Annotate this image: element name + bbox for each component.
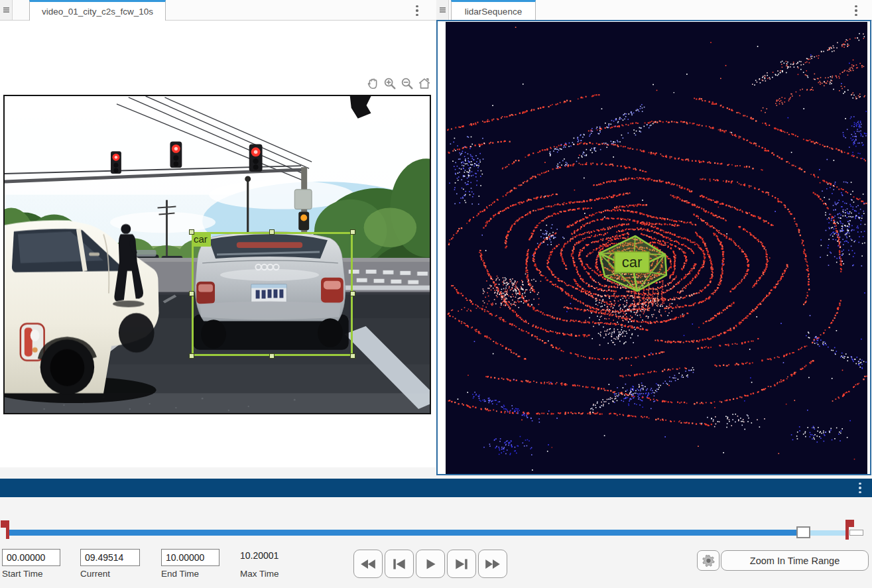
end-time-field[interactable] (161, 549, 219, 566)
pan-hand-icon[interactable] (365, 75, 380, 91)
bbox-handle-n[interactable] (269, 229, 275, 235)
tab-video[interactable]: video_01_city_c2s_fcw_10s (29, 0, 166, 21)
bbox-handle-nw[interactable] (189, 229, 194, 235)
start-time-label: Start Time (2, 569, 43, 579)
tab-lidar-label: lidarSequence (465, 7, 522, 17)
video-tab-options-icon[interactable] (411, 3, 423, 18)
cuboid-label: car (622, 254, 643, 270)
next-frame-button[interactable] (447, 550, 476, 578)
roi-bbox-label: car (192, 232, 211, 247)
next-frame-icon (453, 556, 470, 573)
slider-track-remaining[interactable] (810, 530, 846, 536)
current-time-field[interactable] (80, 549, 140, 566)
zoom-in-icon[interactable] (382, 75, 397, 91)
play-icon (422, 556, 439, 573)
max-time-value: 10.20001 (240, 550, 279, 561)
lidar-view[interactable]: car (436, 20, 871, 475)
pane-grip-icon[interactable] (0, 0, 13, 20)
zoom-out-icon[interactable] (399, 75, 414, 91)
end-time-input[interactable] (162, 550, 219, 565)
current-time-input[interactable] (81, 550, 139, 565)
play-button[interactable] (416, 550, 445, 578)
previous-frame-button[interactable] (385, 550, 414, 578)
start-flag-bar[interactable] (6, 520, 9, 539)
lidar-pane-tabstrip: lidarSequence (436, 0, 872, 21)
tab-video-label: video_01_city_c2s_fcw_10s (42, 7, 153, 17)
gear-icon (701, 554, 716, 568)
home-icon[interactable] (416, 75, 432, 91)
start-time-field[interactable] (2, 549, 60, 566)
bbox-handle-w[interactable] (189, 291, 194, 296)
bbox-handle-e[interactable] (350, 291, 355, 296)
slider-track-elapsed[interactable] (9, 530, 796, 536)
label-strip-options-icon[interactable] (854, 481, 866, 495)
tab-lidar[interactable]: lidarSequence (451, 0, 536, 21)
previous-frame-icon (391, 556, 408, 573)
bbox-handle-ne[interactable] (350, 229, 355, 235)
rewind-icon (359, 556, 377, 573)
pane-grip-icon[interactable] (436, 0, 449, 20)
video-axes-toolbar (365, 75, 432, 91)
lidar-cuboid-overlay: car (446, 22, 867, 474)
cuboid-car[interactable]: car (599, 236, 666, 291)
end-flag-bar[interactable] (845, 520, 849, 540)
bbox-handle-sw[interactable] (189, 353, 194, 359)
zoom-in-time-range-label: Zoom In Time Range (750, 556, 840, 566)
rewind-button[interactable] (353, 550, 383, 578)
fast-forward-icon (484, 556, 501, 573)
bbox-handle-s[interactable] (269, 353, 275, 359)
zoom-in-time-range-button[interactable]: Zoom In Time Range (721, 550, 869, 571)
label-strip-bar (0, 479, 872, 497)
ground-truth-labeler-app: video_01_city_c2s_fcw_10s (0, 0, 872, 588)
start-time-input[interactable] (3, 550, 60, 565)
max-time-label: Max Time (240, 569, 279, 579)
fast-forward-button[interactable] (478, 550, 507, 578)
video-pane-tabstrip: video_01_city_c2s_fcw_10s (0, 0, 436, 21)
slider-thumb[interactable] (796, 526, 810, 538)
end-time-label: End Time (161, 569, 199, 579)
current-time-label: Current (80, 569, 110, 579)
slider-track-overmax (849, 530, 863, 536)
bbox-handle-se[interactable] (350, 353, 355, 359)
video-frame[interactable]: car (3, 95, 431, 414)
lidar-tab-options-icon[interactable] (850, 3, 862, 18)
timeline-settings-button[interactable] (697, 550, 719, 571)
roi-bbox-car[interactable]: car (192, 232, 353, 356)
